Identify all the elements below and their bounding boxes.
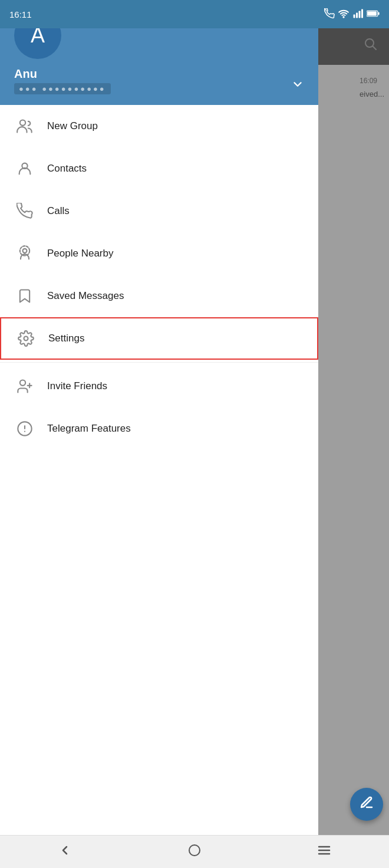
saved-messages-icon [14,285,35,307]
drawer: A Anu ●●● ●●●●●●●●●● ✦ [0,0,318,835]
menu-divider [0,362,318,363]
new-group-label: New Group [47,120,98,132]
svg-rect-2 [354,14,355,18]
svg-rect-4 [359,11,361,18]
compose-icon [360,795,374,813]
svg-rect-8 [378,12,379,15]
new-group-icon [14,116,35,137]
invite-friends-label: Invite Friends [47,380,107,392]
menu-item-telegram-features[interactable]: Telegram Features [0,407,318,450]
people-nearby-icon [14,243,35,264]
search-icon[interactable] [363,37,377,54]
menu-item-new-group[interactable]: New Group [0,105,318,147]
back-button[interactable] [46,837,84,867]
menu-item-settings[interactable]: Settings [0,317,318,360]
menu-item-people-nearby[interactable]: People Nearby [0,232,318,275]
chat-item-time: 16:09 [360,77,377,85]
phone-status-icon [324,8,335,21]
svg-point-16 [20,380,25,386]
calls-label: Calls [47,205,70,217]
recent-apps-button[interactable] [305,837,343,867]
svg-line-10 [373,47,377,50]
menu-item-calls[interactable]: Calls [0,190,318,232]
user-name: Anu [14,67,304,81]
nav-bar [0,835,389,868]
menu-item-invite-friends[interactable]: Invite Friends [0,365,318,407]
settings-icon [15,328,37,349]
svg-rect-7 [367,11,377,15]
invite-friends-icon [14,376,35,397]
settings-label: Settings [48,333,84,344]
svg-point-11 [20,120,25,126]
chat-panel-bg: 16:09 eived... [312,0,389,868]
svg-point-15 [24,337,28,341]
telegram-features-icon [14,418,35,439]
menu-item-contacts[interactable]: Contacts [0,147,318,190]
status-icons [324,8,380,21]
svg-rect-3 [356,12,358,18]
wifi-icon [338,8,349,21]
menu-item-saved-messages[interactable]: Saved Messages [0,275,318,317]
user-phone: ●●● ●●●●●●●●●● [14,83,111,94]
battery-icon [367,9,380,19]
svg-rect-5 [361,9,363,18]
svg-point-13 [23,249,27,253]
svg-point-1 [343,17,344,18]
menu-list: New Group Contacts Calls [0,105,318,835]
signal-icon [352,8,363,21]
home-button[interactable] [176,837,213,867]
compose-fab[interactable] [350,788,383,821]
calls-icon [14,200,35,222]
telegram-features-label: Telegram Features [47,423,131,435]
status-bar: 16:11 [0,0,389,28]
saved-messages-label: Saved Messages [47,290,124,302]
svg-point-20 [189,845,200,856]
contacts-icon [14,158,35,179]
contacts-label: Contacts [47,163,87,175]
accounts-chevron-icon[interactable] [291,78,304,94]
chat-item-preview: eived... [360,90,384,98]
status-time: 16:11 [9,9,32,19]
people-nearby-label: People Nearby [47,248,113,259]
